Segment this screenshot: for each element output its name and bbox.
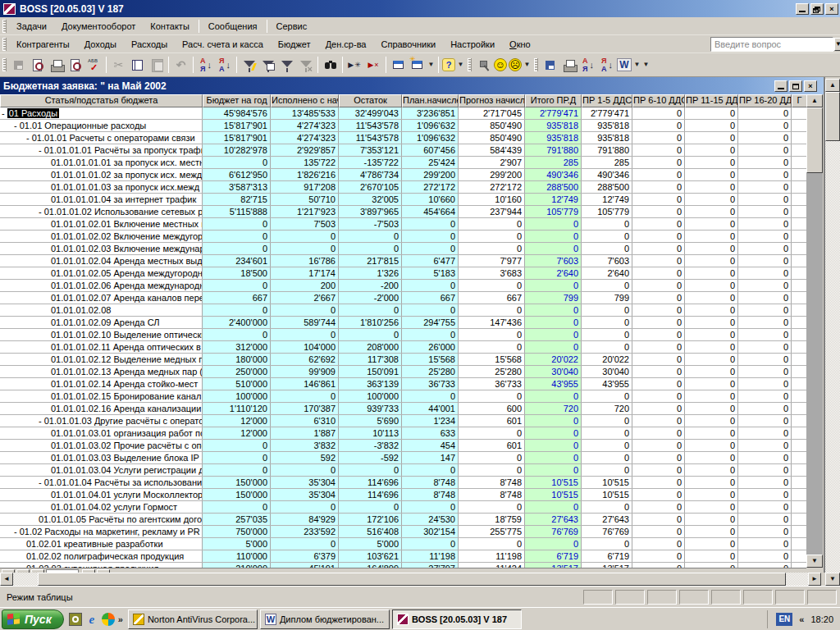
value-cell[interactable]: 0 bbox=[339, 464, 402, 476]
budget-item-cell[interactable]: 01.01.01.02.07 Аренда каналов пере bbox=[0, 292, 203, 304]
table-row[interactable]: 01.01.01.02.13 Аренда медных пар (250'00… bbox=[0, 366, 806, 378]
value-cell[interactable]: 0 bbox=[459, 501, 525, 513]
value-cell[interactable]: 850'490 bbox=[459, 120, 525, 131]
copy-icon[interactable] bbox=[129, 57, 146, 73]
value-cell[interactable]: 0 bbox=[738, 452, 792, 463]
taskbar-task-word[interactable]: WДиплом бюджетирован... bbox=[260, 609, 390, 629]
value-cell[interactable]: 0 bbox=[685, 107, 738, 119]
value-cell[interactable]: 601 bbox=[459, 440, 525, 451]
value-cell[interactable]: 2'667 bbox=[271, 292, 339, 304]
value-cell[interactable]: 146'861 bbox=[271, 378, 339, 390]
value-cell[interactable]: 0 bbox=[632, 132, 685, 144]
value-cell[interactable]: 1'096'632 bbox=[402, 132, 459, 144]
horizontal-scroll-thumb[interactable] bbox=[38, 573, 786, 586]
budget-item-cell[interactable]: - 01.02 Расходы на маркетинг, рекламу и … bbox=[0, 526, 203, 537]
value-cell[interactable]: 0 bbox=[203, 231, 271, 242]
value-cell[interactable]: 0 bbox=[402, 280, 459, 291]
close-button[interactable]: × bbox=[825, 3, 838, 15]
value-cell[interactable]: 43'955 bbox=[582, 378, 632, 390]
value-cell[interactable]: 0 bbox=[582, 218, 632, 230]
value-cell[interactable]: 6'310 bbox=[271, 415, 339, 427]
value-cell[interactable]: 0 bbox=[738, 329, 792, 340]
value-cell[interactable]: 8'748 bbox=[402, 477, 459, 488]
value-cell[interactable]: 5'690 bbox=[339, 415, 402, 427]
value-cell[interactable]: 0 bbox=[632, 440, 685, 451]
value-cell[interactable]: 0 bbox=[203, 218, 271, 230]
column-header[interactable]: Итого ПР.Д bbox=[525, 94, 582, 107]
value-cell[interactable]: 0 bbox=[402, 390, 459, 402]
menu-item-контрагенты[interactable]: Контрагенты bbox=[9, 37, 77, 52]
value-cell[interactable]: 0 bbox=[685, 144, 738, 156]
value-cell[interactable]: 0 bbox=[685, 267, 738, 279]
value-cell[interactable]: 0 bbox=[203, 243, 271, 254]
value-cell[interactable]: 150'000 bbox=[203, 477, 271, 488]
table-row[interactable]: 01.01.01.02.04 Аренда местных выд234'601… bbox=[0, 255, 806, 267]
table-row[interactable]: 01.02.02 полиграфическая продукция110'00… bbox=[0, 550, 806, 563]
value-cell[interactable]: 0 bbox=[271, 329, 339, 340]
value-cell[interactable]: 0 bbox=[685, 132, 738, 144]
value-cell[interactable]: 10'660 bbox=[402, 194, 459, 205]
value-cell[interactable]: 6'379 bbox=[271, 550, 339, 562]
menu-item-ден-ср-ва[interactable]: Ден.ср-ва bbox=[318, 37, 374, 52]
value-cell[interactable]: 0 bbox=[685, 157, 738, 168]
value-cell[interactable]: 0 bbox=[582, 304, 632, 316]
value-cell[interactable]: 7'977 bbox=[459, 255, 525, 267]
value-cell[interactable]: 26'000 bbox=[402, 341, 459, 353]
value-cell[interactable]: 0 bbox=[738, 231, 792, 242]
value-cell[interactable]: 3'236'851 bbox=[402, 107, 459, 119]
sort-desc-icon[interactable]: ↓ bbox=[216, 57, 233, 73]
table-row[interactable]: 01.01.01.04.01 услуги Москоллектор150'00… bbox=[0, 489, 806, 501]
scroll-down-icon[interactable]: ▼ bbox=[806, 555, 823, 568]
value-cell[interactable]: 6'719 bbox=[525, 550, 582, 562]
table-row[interactable]: 01.01.01.03.04 Услуги регистрации д00000… bbox=[0, 464, 806, 477]
value-cell[interactable]: 10'160 bbox=[459, 194, 525, 205]
value-cell[interactable]: 0 bbox=[738, 550, 792, 562]
value-cell[interactable]: 12'000 bbox=[203, 415, 271, 427]
value-cell[interactable]: 7'503 bbox=[271, 218, 339, 230]
value-cell[interactable]: 0 bbox=[632, 452, 685, 463]
budget-item-cell[interactable]: 01.01.01.02.09 Аренда СЛ bbox=[0, 317, 203, 328]
table-row[interactable]: 01.01.01.02.10 Выделение оптически000000… bbox=[0, 329, 806, 341]
start-button[interactable]: Пуск bbox=[2, 609, 64, 629]
mdi-vertical-scrollbar[interactable]: ▲ ▼ bbox=[825, 77, 840, 586]
value-cell[interactable]: 3'683 bbox=[459, 267, 525, 279]
value-cell[interactable]: 0 bbox=[632, 280, 685, 291]
column-header[interactable]: Статья/подстатья бюджета bbox=[0, 94, 203, 107]
find-record-icon[interactable] bbox=[29, 57, 46, 73]
budget-item-cell[interactable]: 01.01.01.02.05 Аренда междугородн bbox=[0, 267, 203, 279]
value-cell[interactable]: 0 bbox=[685, 477, 738, 488]
value-cell[interactable]: 0 bbox=[685, 292, 738, 304]
budget-item-cell[interactable]: 01.01.01.03.02 Прочие расчёты с опе bbox=[0, 440, 203, 451]
delete-record-icon[interactable]: ▶× bbox=[365, 57, 382, 73]
table-row[interactable]: 01.01.01.03.03 Выделение блока IP а0592-… bbox=[0, 452, 806, 464]
value-cell[interactable]: 667 bbox=[402, 292, 459, 304]
value-cell[interactable]: 0 bbox=[582, 341, 632, 353]
menu-item-настройки[interactable]: Настройки bbox=[443, 37, 502, 52]
value-cell[interactable]: 100'000 bbox=[339, 390, 402, 402]
value-cell[interactable]: 32'499'043 bbox=[339, 107, 402, 119]
value-cell[interactable]: 0 bbox=[738, 501, 792, 513]
value-cell[interactable]: 30'040 bbox=[525, 366, 582, 377]
value-cell[interactable]: 0 bbox=[203, 280, 271, 291]
value-cell[interactable]: 147'436 bbox=[459, 317, 525, 328]
value-cell[interactable]: 0 bbox=[632, 243, 685, 254]
value-cell[interactable]: 720 bbox=[525, 403, 582, 414]
value-cell[interactable]: 105'779 bbox=[582, 206, 632, 217]
value-cell[interactable]: 935'818 bbox=[525, 132, 582, 144]
pin-icon[interactable] bbox=[475, 57, 492, 73]
budget-item-cell[interactable]: - 01.01.01.02 Использование сетевых ре bbox=[0, 206, 203, 217]
value-cell[interactable]: 0 bbox=[271, 304, 339, 316]
value-cell[interactable]: 233'592 bbox=[271, 526, 339, 537]
value-cell[interactable]: 0 bbox=[339, 501, 402, 513]
value-cell[interactable]: 76'769 bbox=[525, 526, 582, 537]
value-cell[interactable]: -3'832 bbox=[339, 440, 402, 451]
value-cell[interactable]: 799 bbox=[525, 292, 582, 304]
value-cell[interactable]: 0 bbox=[738, 464, 792, 476]
value-cell[interactable]: 76'769 bbox=[582, 526, 632, 537]
value-cell[interactable]: 0 bbox=[402, 538, 459, 550]
budget-item-cell[interactable]: 01.01.01.01.03 за пропуск исх.межд bbox=[0, 181, 203, 193]
table-row[interactable]: - 01.01.01.02 Использование сетевых ре5'… bbox=[0, 206, 806, 218]
value-cell[interactable]: 0 bbox=[738, 181, 792, 193]
value-cell[interactable]: 285 bbox=[582, 157, 632, 168]
value-cell[interactable]: 25'280 bbox=[402, 366, 459, 377]
